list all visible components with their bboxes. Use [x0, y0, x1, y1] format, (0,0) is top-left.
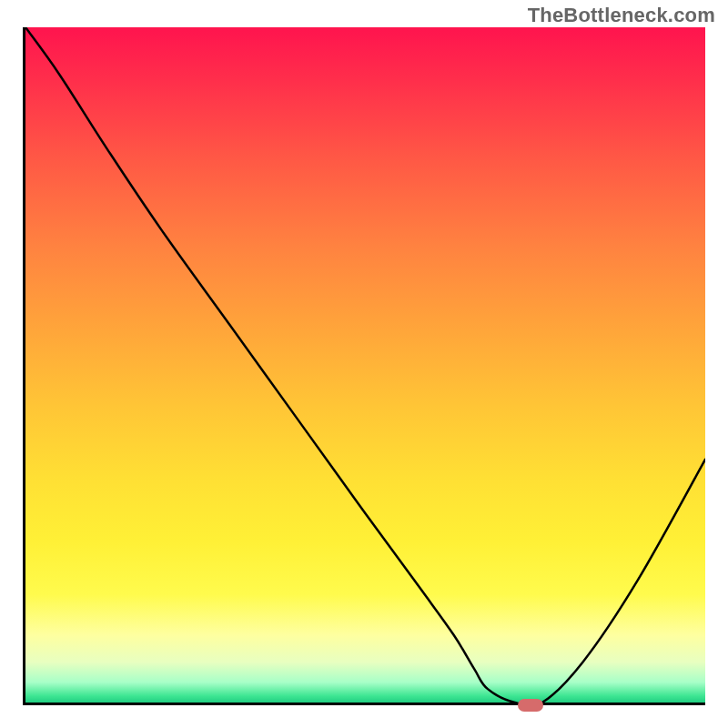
chart-line-curve: [25, 27, 705, 703]
optimal-point-marker: [518, 699, 543, 712]
watermark-text: TheBottleneck.com: [528, 4, 715, 27]
chart-plot-area: [23, 27, 705, 705]
